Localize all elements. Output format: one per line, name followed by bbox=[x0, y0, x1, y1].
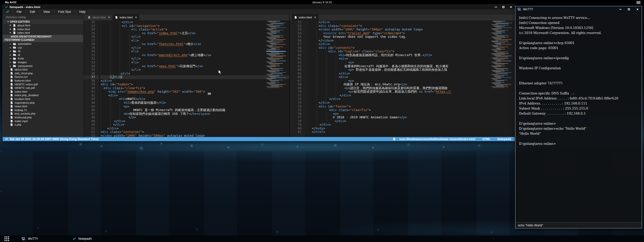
taskbar-item-wstty[interactable]: WsTTY bbox=[19, 235, 41, 242]
code-line[interactable]: <div id="topbox"> bbox=[101, 83, 289, 86]
code-line[interactable]: </div> bbox=[101, 20, 289, 24]
menu-font-size[interactable]: Font Size bbox=[54, 9, 75, 14]
code-line[interactable]: <source src="trailer.mp4" type="video/mp… bbox=[307, 31, 515, 35]
terminal-input[interactable]: echo "Hello World" bbox=[515, 222, 642, 228]
folder-item-autostation[interactable]: ▸autostation bbox=[3, 42, 83, 46]
code-line[interactable]: <div> bbox=[307, 57, 515, 61]
code-line[interactable]: </div> bbox=[307, 101, 515, 105]
file-item-index-html[interactable]: <>index.html bbox=[3, 90, 83, 94]
close-button[interactable]: ✕ bbox=[633, 6, 642, 12]
tree-root-header[interactable]: ▾USER:/DESKTOP/SCREENSHOT/TEST/WWW CLEAN… bbox=[3, 35, 83, 42]
minimap[interactable] bbox=[266, 21, 286, 93]
code-line[interactable]: <li> bbox=[101, 50, 289, 53]
code-line[interactable]: HKWTC 是一個 Minecraft 的建築伺服器，主要建築計劃包括鐵 bbox=[101, 108, 289, 112]
caret-right-icon[interactable]: ▸ bbox=[10, 65, 13, 67]
code-line[interactable]: </div> bbox=[101, 123, 289, 127]
code-line[interactable]: <p> bbox=[307, 79, 515, 83]
code-line[interactable]: </li> bbox=[101, 46, 289, 50]
code-line[interactable]: <img src="images/box.png" height="342" w… bbox=[101, 90, 289, 94]
code-line[interactable]: </div> bbox=[101, 127, 289, 130]
code-line[interactable]: </ul> bbox=[101, 72, 289, 76]
code-line[interactable]: <div class="clearfix"> bbox=[101, 86, 289, 90]
code-line[interactable]: </div> bbox=[307, 20, 515, 24]
close-icon[interactable]: ✕ bbox=[9, 31, 11, 34]
file-item-add-vhost-php[interactable]: <>add_vhost.php bbox=[3, 72, 83, 75]
code-line[interactable]: </div> bbox=[101, 79, 289, 83]
code-line[interactable]: </body> bbox=[307, 127, 515, 130]
code-area[interactable]: </div><ul id="navigation"><li class="act… bbox=[99, 20, 289, 137]
open-editor-item[interactable]: ✕<>index.html bbox=[3, 31, 83, 35]
terminal-output[interactable]: [info] Conencting to arozos WsTTY servic… bbox=[515, 12, 642, 222]
notepada-titlebar[interactable]: NotepadA - index.html ✕ bbox=[3, 5, 515, 9]
open-editors-header[interactable]: ▾OPEN EDITORS bbox=[3, 19, 83, 24]
maximize-button[interactable] bbox=[500, 5, 507, 9]
code-line[interactable]: 在香港的Minecraft 伺服器中，多為小遊戲和純生存的伺服器，較少擁有 bbox=[307, 64, 515, 68]
caret-right-icon[interactable]: ▸ bbox=[10, 54, 13, 56]
folder-item-yamiyamimi[interactable]: ▸yamiyamimi bbox=[3, 64, 83, 68]
code-line[interactable]: Your browser does not support the video … bbox=[307, 35, 515, 39]
folder-item-images[interactable]: ▸images bbox=[3, 60, 83, 64]
folder-item-css[interactable]: ▸css bbox=[3, 46, 83, 49]
tab-close-icon[interactable]: ✕ bbox=[314, 16, 316, 19]
app-grid-icon[interactable] bbox=[5, 236, 10, 241]
tab-close-icon[interactable]: ✕ bbox=[108, 16, 110, 19]
caret-right-icon[interactable]: ▸ bbox=[10, 43, 13, 45]
code-area[interactable]: </div><div class="container"><video widt… bbox=[305, 20, 515, 137]
code-line[interactable]: <p> bbox=[101, 105, 289, 109]
code-line[interactable]: <video width="100%" height="500px" autop… bbox=[307, 28, 515, 31]
code-line[interactable]: <div> bbox=[307, 75, 515, 79]
code-line[interactable]: <a href="index.html">主頁</a> bbox=[101, 31, 289, 35]
code-line[interactable]: <ul id="navigation"> bbox=[101, 24, 289, 28]
open-editor-item[interactable]: ✕<>about.html bbox=[3, 24, 83, 27]
tab-about.html[interactable]: <>about.html✕ bbox=[85, 14, 113, 20]
code-line[interactable]: <div id="tagline" class="clearfix"> bbox=[307, 50, 515, 53]
folder-item-dc[interactable]: ▸dc bbox=[3, 49, 83, 53]
folder-item-dl[interactable]: ▸dl bbox=[3, 53, 83, 57]
code-line[interactable]: </div> bbox=[307, 119, 515, 123]
file-item-mapredirect-php[interactable]: <>mapredirect.php bbox=[3, 101, 83, 105]
tab-index.html[interactable]: <>index.html✕ bbox=[113, 14, 140, 20]
code-line[interactable]: <div class="clearfix"> bbox=[307, 108, 515, 112]
open-editor-item[interactable]: ✕<>index.html bbox=[3, 27, 83, 31]
code-line[interactable]: <h2>香港的建築伺服器</h2> bbox=[101, 101, 289, 105]
menu-view[interactable]: View bbox=[39, 9, 54, 14]
minimize-button[interactable] bbox=[616, 6, 625, 12]
code-line[interactable]: © 2018 - 2019 HKWTC Animation Gamer</p> bbox=[307, 116, 515, 119]
caret-right-icon[interactable]: ▸ bbox=[10, 46, 13, 49]
file-item-index-php-disabled[interactable]: index.php_disabled bbox=[3, 93, 83, 97]
file-item-news-html[interactable]: <>news.html bbox=[3, 105, 83, 108]
code-line[interactable]: <li> bbox=[101, 61, 289, 64]
file-item-location-html[interactable]: <>location.html bbox=[3, 97, 83, 101]
status-language[interactable]: HTML bbox=[482, 137, 490, 141]
code-line[interactable]: </li> bbox=[101, 57, 289, 61]
caret-right-icon[interactable]: ▸ bbox=[10, 61, 13, 63]
minimap[interactable] bbox=[491, 21, 513, 93]
tab-close-icon[interactable]: ✕ bbox=[135, 16, 137, 19]
close-icon[interactable]: ✕ bbox=[9, 24, 11, 27]
file-item-features-html[interactable]: <>features.html bbox=[3, 79, 83, 83]
file-item-trailer-mp4[interactable]: ▸trailer.mp4 bbox=[3, 119, 83, 123]
code-line[interactable]: </div> bbox=[307, 72, 515, 76]
code-line[interactable]: <a href="features.html">簡介</a> bbox=[101, 42, 289, 46]
code-line[interactable]: </p> bbox=[101, 116, 289, 119]
code-line[interactable]: <b>你知道我們全線伺服器已轉用 SSD 了嗎？</b></span> bbox=[101, 112, 289, 116]
code-line[interactable]: <div id="contents"> bbox=[307, 46, 515, 50]
taskbar-item-notepada[interactable]: NotepadA bbox=[70, 235, 94, 242]
code-line[interactable]: </div> bbox=[307, 42, 515, 46]
menu-edit[interactable]: Edit bbox=[25, 9, 39, 14]
code-line[interactable]: </div> bbox=[307, 94, 515, 97]
code-line[interactable]: </div> bbox=[307, 97, 515, 101]
code-line[interactable]: <div id="footer"> bbox=[307, 105, 515, 109]
code-line[interactable]: <video width="100%" height="500px" autop… bbox=[101, 134, 289, 137]
menu-help[interactable]: Help bbox=[75, 9, 90, 14]
folder-item-fonts[interactable]: ▸fonts bbox=[3, 57, 83, 60]
code-line[interactable]: </html> bbox=[307, 130, 515, 134]
file-item-test-sockets-php[interactable]: <>test_sockets.php bbox=[3, 112, 83, 116]
caret-right-icon[interactable]: ▸ bbox=[10, 57, 13, 60]
code-line[interactable]: <li class="active"> bbox=[101, 28, 289, 31]
code-line[interactable]: </li> bbox=[101, 35, 289, 39]
code-line[interactable]: <p>請注意，我們的伺服器為確保玩家及遊玩時的質素，我們對的服器開啟 bbox=[307, 86, 515, 90]
code-line[interactable]: </li> bbox=[101, 68, 289, 72]
code-line[interactable]: </div> bbox=[101, 119, 289, 123]
code-line[interactable]: <p>如有問題或需要申請白名單，歡迎加入我們的 <a href="https:/… bbox=[307, 90, 515, 94]
